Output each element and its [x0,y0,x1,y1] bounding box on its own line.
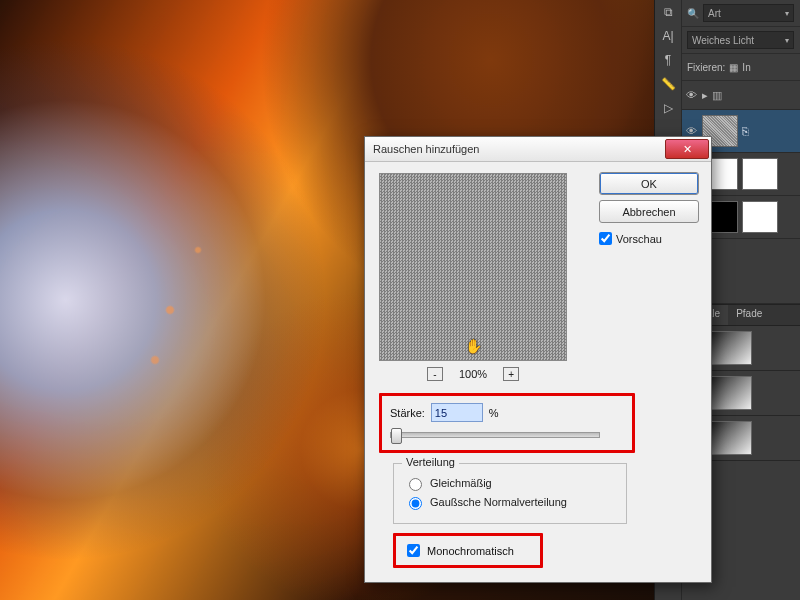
amount-label: Stärke: [390,407,425,419]
amount-unit: % [489,407,499,419]
play-icon[interactable]: ▷ [655,96,681,120]
tab-paths[interactable]: Pfade [728,305,770,325]
preview-checkbox-input[interactable] [599,232,612,245]
blend-kind-label: Art [708,8,721,19]
lock-extra: In [742,62,750,73]
folder-icon: ▥ [712,89,722,102]
amount-input[interactable] [431,403,483,422]
magnifier-icon[interactable]: 🔍 [687,8,699,19]
slider-knob[interactable] [391,428,402,444]
blend-mode-value: Weiches Licht [692,35,754,46]
zoom-controls: - 100% + [379,367,567,381]
uniform-radio-input[interactable] [409,478,422,491]
preview-checkbox-label: Vorschau [616,233,662,245]
ok-button[interactable]: OK [599,172,699,195]
zoom-value: 100% [459,368,487,380]
lock-label: Fixieren: [687,62,725,73]
blend-kind-dropdown[interactable]: Art ▾ [703,4,794,22]
gaussian-radio-label: Gaußsche Normalverteilung [430,496,567,508]
layer-mask-thumbnail[interactable] [742,201,778,233]
link-icon[interactable]: ⎘ [742,125,749,137]
monochromatic-checkbox[interactable]: Monochromatisch [393,533,543,568]
layer-mask-thumbnail[interactable] [742,158,778,190]
hand-icon: ✋ [465,338,482,354]
cancel-button[interactable]: Abbrechen [599,200,699,223]
dialog-titlebar[interactable]: Rauschen hinzufügen ✕ [365,137,711,162]
uniform-radio-label: Gleichmäßig [430,477,492,489]
lock-row: Fixieren: ▦ In [681,54,800,81]
gaussian-radio-input[interactable] [409,497,422,510]
add-noise-dialog: Rauschen hinzufügen ✕ ✋ - 100% + OK Abbr… [364,136,712,583]
distribution-fieldset: Verteilung Gleichmäßig Gaußsche Normalve… [393,463,627,524]
uniform-radio[interactable]: Gleichmäßig [404,475,616,491]
visibility-icon[interactable]: 👁 [684,89,698,101]
paragraph-icon[interactable]: ¶ [655,48,681,72]
blend-mode-dropdown[interactable]: Weiches Licht ▾ [687,31,794,49]
blend-mode-row: Weiches Licht ▾ [681,27,800,54]
monochromatic-checkbox-input[interactable] [407,544,420,557]
dialog-title: Rauschen hinzufügen [373,143,479,155]
zoom-in-button[interactable]: + [503,367,519,381]
history-icon[interactable]: ⧉ [655,0,681,24]
layer-row[interactable]: 👁 ▸ ▥ [681,81,800,110]
lock-transparent-icon[interactable]: ▦ [729,62,738,73]
noise-preview[interactable]: ✋ [379,173,567,361]
opacity-row: 🔍 Art ▾ [681,0,800,27]
character-icon[interactable]: A| [655,24,681,48]
chevron-down-icon: ▾ [785,36,789,45]
amount-group: Stärke: % [379,393,635,453]
monochromatic-label: Monochromatisch [427,545,514,557]
group-toggle-icon[interactable]: ▸ [702,89,708,102]
close-icon: ✕ [683,143,692,156]
close-button[interactable]: ✕ [665,139,709,159]
ruler-icon[interactable]: 📏 [655,72,681,96]
preview-checkbox[interactable]: Vorschau [599,232,699,245]
zoom-out-button[interactable]: - [427,367,443,381]
amount-slider[interactable] [390,432,600,438]
chevron-down-icon: ▾ [785,9,789,18]
gaussian-radio[interactable]: Gaußsche Normalverteilung [404,494,616,510]
distribution-legend: Verteilung [402,456,459,468]
